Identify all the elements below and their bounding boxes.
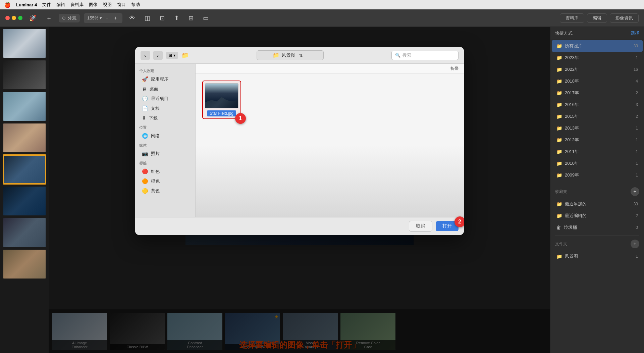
menu-help[interactable]: 帮助	[131, 2, 140, 8]
new-folder-button[interactable]: 📁	[181, 52, 189, 59]
folder-icon: 📁	[556, 43, 562, 49]
year-count: 1	[636, 161, 638, 166]
desktop-icon: 🖥	[142, 86, 147, 92]
sidebar-recent[interactable]: 🕐 最近项目	[137, 94, 194, 103]
rocket-icon[interactable]: 🚀	[26, 13, 39, 23]
sidebar-icon[interactable]: ▭	[200, 13, 211, 23]
sidebar-downloads[interactable]: ⬇ 下载	[137, 113, 194, 123]
eye-icon[interactable]: 👁	[126, 13, 138, 23]
folder-icon: 📁	[556, 67, 562, 72]
filmstrip-item[interactable]	[3, 186, 46, 216]
year-count: 2	[636, 91, 638, 95]
collections-header: 收藏夹	[555, 189, 567, 195]
filmstrip-item[interactable]	[3, 91, 46, 121]
sidebar-year-2010[interactable]: 📁2010年 1	[552, 158, 643, 169]
dialog-back-button[interactable]: ‹	[141, 51, 150, 60]
sidebar-tag-red[interactable]: 🔴 红色	[137, 167, 194, 176]
tab-library-button[interactable]: 资料库	[560, 13, 584, 23]
add-collection-button[interactable]: +	[631, 187, 639, 196]
year-label: 2011年	[565, 149, 579, 155]
sidebar-year-2012[interactable]: 📁2012年 1	[552, 134, 643, 146]
sidebar-header: 快捷方式 选择	[550, 27, 644, 40]
menu-edit[interactable]: 编辑	[56, 2, 65, 8]
filmstrip-item-selected[interactable]	[3, 154, 46, 185]
sidebar-applications[interactable]: 🚀 应用程序	[137, 74, 194, 84]
dialog-search-box[interactable]: 🔍 搜索	[391, 51, 459, 60]
yellow-circle-icon: 🟡	[142, 188, 148, 194]
menu-image[interactable]: 图像	[89, 2, 98, 8]
sidebar-documents[interactable]: 📄 文稿	[137, 104, 194, 113]
location-dropdown[interactable]: 📁 风景图 ⇅	[257, 50, 324, 60]
tab-info-button[interactable]: 影像资讯	[610, 13, 639, 23]
app-name[interactable]: Luminar 4	[16, 2, 37, 7]
sidebar-trash[interactable]: 🗑垃圾桶 0	[552, 222, 643, 233]
year-count: 4	[636, 79, 638, 84]
filmstrip-item[interactable]	[3, 217, 46, 248]
folder-icon: 📁	[556, 254, 562, 259]
sidebar-year-2015[interactable]: 📁2015年 2	[552, 111, 643, 122]
share-icon[interactable]: ⬆	[171, 13, 182, 23]
trash-count: 0	[636, 225, 638, 230]
crop-icon[interactable]: ⊡	[157, 13, 167, 23]
sidebar-year-2011[interactable]: 📁2011年 1	[552, 146, 643, 157]
sidebar-tag-orange[interactable]: 🟠 橙色	[137, 176, 194, 186]
dialog-file-area[interactable]: Star Field.jpg 1	[196, 74, 464, 217]
menubar: 🍎 Luminar 4 文件 编辑 资料库 图像 视图 窗口 帮助	[0, 0, 644, 9]
sidebar-all-photos[interactable]: 📁 所有照片 33	[552, 40, 643, 52]
dialog-view-selector[interactable]: ⊞ ▾	[166, 52, 178, 59]
sidebar-year-2017[interactable]: 📁2017年 2	[552, 87, 643, 99]
sidebar-year-2023[interactable]: 📁2023年 1	[552, 52, 643, 63]
sidebar-tag-yellow[interactable]: 🟡 黄色	[137, 186, 194, 196]
fullscreen-button[interactable]	[18, 16, 22, 20]
filmstrip-item[interactable]	[3, 60, 46, 90]
sidebar-year-2009[interactable]: 📁2009年 1	[552, 169, 643, 181]
red-circle-icon: 🔴	[142, 168, 148, 174]
sidebar-year-2018[interactable]: 📁2018年 4	[552, 75, 643, 87]
sidebar-documents-label: 文稿	[151, 105, 160, 111]
fold-button[interactable]: 折叠	[450, 66, 459, 71]
folder-icon: 📁	[556, 90, 562, 96]
rocket-icon: 🚀	[142, 76, 148, 82]
zoom-increase-button[interactable]: +	[112, 14, 119, 22]
sidebar-recent-added[interactable]: 📁最近添加的 33	[552, 198, 643, 210]
sidebar-recent-edited[interactable]: 📁最近编辑的 2	[552, 210, 643, 221]
apple-menu[interactable]: 🍎	[4, 2, 11, 8]
sidebar-folder-landscapes[interactable]: 📁风景图 1	[552, 251, 643, 262]
appearance-selector[interactable]: ⊙ 外观	[59, 14, 80, 22]
year-count: 1	[636, 126, 638, 131]
thumb-mountain	[205, 93, 238, 108]
grid-icon[interactable]: ⊞	[186, 13, 196, 23]
menu-view[interactable]: 视图	[103, 2, 112, 8]
add-folder-button[interactable]: +	[631, 240, 639, 248]
sidebar-year-2022[interactable]: 📁2022年 16	[552, 64, 643, 75]
sidebar-photos[interactable]: 📷 照片	[137, 149, 194, 158]
sidebar-network[interactable]: 🌐 网络	[137, 131, 194, 141]
cancel-button[interactable]: 取消	[409, 221, 432, 232]
zoom-level: 155%	[87, 15, 98, 20]
download-icon: ⬇	[142, 115, 146, 121]
year-label: 2012年	[565, 137, 579, 143]
file-item-star-field[interactable]: Star Field.jpg 1	[202, 81, 241, 119]
close-button[interactable]	[5, 16, 10, 20]
folder-icon: 📁	[556, 137, 562, 143]
minimize-button[interactable]	[12, 16, 16, 20]
dialog-forward-button[interactable]: ›	[153, 51, 163, 60]
filmstrip-item[interactable]	[3, 249, 46, 279]
file-name: Star Field.jpg	[207, 110, 236, 116]
menu-file[interactable]: 文件	[42, 2, 51, 8]
recent-added-count: 33	[634, 202, 638, 206]
zoom-decrease-button[interactable]: −	[103, 14, 110, 22]
filmstrip-item[interactable]	[3, 28, 46, 58]
sidebar-desktop[interactable]: 🖥 桌面	[137, 84, 194, 94]
add-button[interactable]: ＋	[43, 13, 55, 23]
select-button[interactable]: 选择	[631, 30, 639, 36]
menu-window[interactable]: 窗口	[117, 2, 126, 8]
folder-icon: 📁	[556, 125, 562, 131]
sidebar-year-2013[interactable]: 📁2013年 1	[552, 122, 643, 134]
sidebar-year-2016[interactable]: 📁2016年 3	[552, 99, 643, 110]
filmstrip-item[interactable]	[3, 123, 46, 153]
tab-edit-button[interactable]: 编辑	[587, 13, 607, 23]
menu-library[interactable]: 资料库	[70, 2, 84, 8]
compare-icon[interactable]: ◫	[142, 13, 153, 23]
network-icon: 🌐	[142, 133, 148, 139]
